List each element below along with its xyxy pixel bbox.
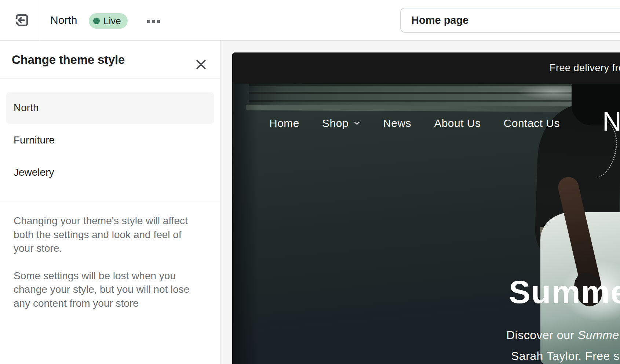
- store-preview-frame: Free delivery fro Home Shop News A: [232, 52, 620, 364]
- theme-style-list: North Furniture Jewelery: [0, 79, 220, 200]
- panel-title: Change theme style: [12, 41, 125, 79]
- announcement-bar: Free delivery fro: [232, 52, 620, 84]
- live-badge-label: Live: [103, 15, 121, 27]
- live-dot-icon: [93, 18, 100, 24]
- hero-section: Home Shop News About Us Contact Us N Sum…: [232, 84, 620, 364]
- more-options-icon: [147, 20, 150, 23]
- announcement-text: Free delivery fro: [550, 52, 620, 84]
- style-option-north[interactable]: North: [6, 92, 214, 124]
- hero-subtitle-line2: Sarah Taylor. Free s: [511, 349, 620, 363]
- panel-description: Changing your theme's style will affect …: [0, 200, 220, 310]
- page-selector-dropdown[interactable]: Home page: [400, 8, 620, 33]
- change-theme-style-panel: Change theme style North Furniture Jewel…: [0, 41, 220, 364]
- topbar: North Live Home page: [0, 0, 620, 41]
- live-status-badge: Live: [89, 13, 128, 29]
- panel-header: Change theme style: [0, 41, 220, 79]
- exit-editor-button[interactable]: [12, 12, 31, 29]
- close-icon: [196, 66, 207, 71]
- theme-name: North: [50, 0, 77, 40]
- chevron-down-icon: [354, 121, 360, 125]
- store-navigation: Home Shop News About Us Contact Us: [269, 117, 560, 130]
- close-panel-button[interactable]: [194, 58, 208, 72]
- style-option-jewelery[interactable]: Jewelery: [6, 156, 214, 189]
- hero-subtitle-line1: Discover our Summe: [506, 328, 619, 342]
- exit-icon: [13, 24, 30, 29]
- hero-shadow-edge: [232, 84, 258, 364]
- description-paragraph-1: Changing your theme's style will affect …: [14, 214, 200, 255]
- hero-window-blinds: [249, 84, 620, 107]
- nav-link-about[interactable]: About Us: [434, 117, 481, 130]
- nav-link-news[interactable]: News: [383, 117, 411, 130]
- style-option-furniture[interactable]: Furniture: [6, 124, 214, 156]
- topbar-divider: [41, 0, 41, 40]
- nav-link-home[interactable]: Home: [269, 117, 299, 130]
- nav-link-shop[interactable]: Shop: [322, 117, 360, 130]
- description-paragraph-2: Some settings will be lost when you chan…: [14, 269, 200, 310]
- more-options-button[interactable]: [144, 14, 163, 29]
- store-logo[interactable]: N: [602, 106, 620, 136]
- hero-heading: Summer: [509, 276, 620, 308]
- nav-link-contact[interactable]: Contact Us: [504, 117, 560, 130]
